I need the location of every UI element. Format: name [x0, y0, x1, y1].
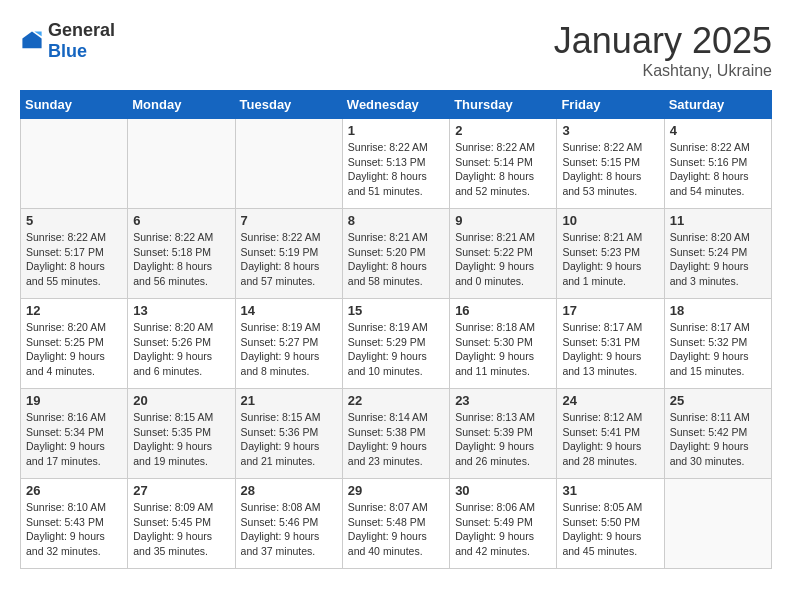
day-number: 19: [26, 393, 122, 408]
calendar-cell: [235, 119, 342, 209]
day-info: Sunrise: 8:22 AM Sunset: 5:17 PM Dayligh…: [26, 230, 122, 289]
day-info: Sunrise: 8:22 AM Sunset: 5:15 PM Dayligh…: [562, 140, 658, 199]
day-number: 7: [241, 213, 337, 228]
day-info: Sunrise: 8:19 AM Sunset: 5:29 PM Dayligh…: [348, 320, 444, 379]
day-info: Sunrise: 8:12 AM Sunset: 5:41 PM Dayligh…: [562, 410, 658, 469]
day-info: Sunrise: 8:05 AM Sunset: 5:50 PM Dayligh…: [562, 500, 658, 559]
calendar-cell: 25Sunrise: 8:11 AM Sunset: 5:42 PM Dayli…: [664, 389, 771, 479]
day-info: Sunrise: 8:15 AM Sunset: 5:36 PM Dayligh…: [241, 410, 337, 469]
calendar-cell: 24Sunrise: 8:12 AM Sunset: 5:41 PM Dayli…: [557, 389, 664, 479]
calendar-cell: 22Sunrise: 8:14 AM Sunset: 5:38 PM Dayli…: [342, 389, 449, 479]
week-row-4: 19Sunrise: 8:16 AM Sunset: 5:34 PM Dayli…: [21, 389, 772, 479]
day-info: Sunrise: 8:11 AM Sunset: 5:42 PM Dayligh…: [670, 410, 766, 469]
week-row-2: 5Sunrise: 8:22 AM Sunset: 5:17 PM Daylig…: [21, 209, 772, 299]
day-info: Sunrise: 8:21 AM Sunset: 5:20 PM Dayligh…: [348, 230, 444, 289]
day-info: Sunrise: 8:15 AM Sunset: 5:35 PM Dayligh…: [133, 410, 229, 469]
day-number: 8: [348, 213, 444, 228]
calendar-header-row: SundayMondayTuesdayWednesdayThursdayFrid…: [21, 91, 772, 119]
day-number: 13: [133, 303, 229, 318]
week-row-1: 1Sunrise: 8:22 AM Sunset: 5:13 PM Daylig…: [21, 119, 772, 209]
day-number: 24: [562, 393, 658, 408]
calendar-cell: 5Sunrise: 8:22 AM Sunset: 5:17 PM Daylig…: [21, 209, 128, 299]
day-number: 11: [670, 213, 766, 228]
weekday-header-monday: Monday: [128, 91, 235, 119]
day-info: Sunrise: 8:13 AM Sunset: 5:39 PM Dayligh…: [455, 410, 551, 469]
day-number: 1: [348, 123, 444, 138]
calendar-cell: 23Sunrise: 8:13 AM Sunset: 5:39 PM Dayli…: [450, 389, 557, 479]
day-info: Sunrise: 8:22 AM Sunset: 5:18 PM Dayligh…: [133, 230, 229, 289]
weekday-header-sunday: Sunday: [21, 91, 128, 119]
calendar-table: SundayMondayTuesdayWednesdayThursdayFrid…: [20, 90, 772, 569]
day-number: 26: [26, 483, 122, 498]
day-info: Sunrise: 8:20 AM Sunset: 5:24 PM Dayligh…: [670, 230, 766, 289]
day-number: 20: [133, 393, 229, 408]
calendar-cell: 3Sunrise: 8:22 AM Sunset: 5:15 PM Daylig…: [557, 119, 664, 209]
calendar-cell: [128, 119, 235, 209]
day-info: Sunrise: 8:21 AM Sunset: 5:23 PM Dayligh…: [562, 230, 658, 289]
day-number: 29: [348, 483, 444, 498]
day-info: Sunrise: 8:09 AM Sunset: 5:45 PM Dayligh…: [133, 500, 229, 559]
day-number: 25: [670, 393, 766, 408]
calendar-cell: 29Sunrise: 8:07 AM Sunset: 5:48 PM Dayli…: [342, 479, 449, 569]
calendar-cell: 15Sunrise: 8:19 AM Sunset: 5:29 PM Dayli…: [342, 299, 449, 389]
day-info: Sunrise: 8:22 AM Sunset: 5:19 PM Dayligh…: [241, 230, 337, 289]
calendar-cell: [21, 119, 128, 209]
title-area: January 2025 Kashtany, Ukraine: [554, 20, 772, 80]
calendar-cell: 2Sunrise: 8:22 AM Sunset: 5:14 PM Daylig…: [450, 119, 557, 209]
day-number: 27: [133, 483, 229, 498]
calendar-cell: 26Sunrise: 8:10 AM Sunset: 5:43 PM Dayli…: [21, 479, 128, 569]
page-header: General Blue January 2025 Kashtany, Ukra…: [20, 20, 772, 80]
month-title: January 2025: [554, 20, 772, 62]
day-number: 17: [562, 303, 658, 318]
day-number: 23: [455, 393, 551, 408]
day-number: 14: [241, 303, 337, 318]
weekday-header-thursday: Thursday: [450, 91, 557, 119]
day-info: Sunrise: 8:10 AM Sunset: 5:43 PM Dayligh…: [26, 500, 122, 559]
calendar-cell: 4Sunrise: 8:22 AM Sunset: 5:16 PM Daylig…: [664, 119, 771, 209]
calendar-cell: 10Sunrise: 8:21 AM Sunset: 5:23 PM Dayli…: [557, 209, 664, 299]
calendar-cell: 28Sunrise: 8:08 AM Sunset: 5:46 PM Dayli…: [235, 479, 342, 569]
calendar-cell: 11Sunrise: 8:20 AM Sunset: 5:24 PM Dayli…: [664, 209, 771, 299]
day-info: Sunrise: 8:18 AM Sunset: 5:30 PM Dayligh…: [455, 320, 551, 379]
day-info: Sunrise: 8:20 AM Sunset: 5:26 PM Dayligh…: [133, 320, 229, 379]
calendar-cell: 27Sunrise: 8:09 AM Sunset: 5:45 PM Dayli…: [128, 479, 235, 569]
calendar-cell: 18Sunrise: 8:17 AM Sunset: 5:32 PM Dayli…: [664, 299, 771, 389]
day-info: Sunrise: 8:16 AM Sunset: 5:34 PM Dayligh…: [26, 410, 122, 469]
day-info: Sunrise: 8:14 AM Sunset: 5:38 PM Dayligh…: [348, 410, 444, 469]
calendar-cell: 19Sunrise: 8:16 AM Sunset: 5:34 PM Dayli…: [21, 389, 128, 479]
calendar-cell: 16Sunrise: 8:18 AM Sunset: 5:30 PM Dayli…: [450, 299, 557, 389]
calendar-cell: 21Sunrise: 8:15 AM Sunset: 5:36 PM Dayli…: [235, 389, 342, 479]
day-number: 12: [26, 303, 122, 318]
day-info: Sunrise: 8:20 AM Sunset: 5:25 PM Dayligh…: [26, 320, 122, 379]
logo-blue: Blue: [48, 41, 87, 61]
logo: General Blue: [20, 20, 115, 62]
calendar-cell: 31Sunrise: 8:05 AM Sunset: 5:50 PM Dayli…: [557, 479, 664, 569]
day-info: Sunrise: 8:06 AM Sunset: 5:49 PM Dayligh…: [455, 500, 551, 559]
day-info: Sunrise: 8:17 AM Sunset: 5:32 PM Dayligh…: [670, 320, 766, 379]
weekday-header-wednesday: Wednesday: [342, 91, 449, 119]
calendar-cell: 12Sunrise: 8:20 AM Sunset: 5:25 PM Dayli…: [21, 299, 128, 389]
location-title: Kashtany, Ukraine: [554, 62, 772, 80]
calendar-cell: 6Sunrise: 8:22 AM Sunset: 5:18 PM Daylig…: [128, 209, 235, 299]
calendar-cell: 14Sunrise: 8:19 AM Sunset: 5:27 PM Dayli…: [235, 299, 342, 389]
day-number: 30: [455, 483, 551, 498]
week-row-3: 12Sunrise: 8:20 AM Sunset: 5:25 PM Dayli…: [21, 299, 772, 389]
day-number: 6: [133, 213, 229, 228]
calendar-cell: [664, 479, 771, 569]
day-number: 9: [455, 213, 551, 228]
day-number: 10: [562, 213, 658, 228]
calendar-cell: 8Sunrise: 8:21 AM Sunset: 5:20 PM Daylig…: [342, 209, 449, 299]
weekday-header-friday: Friday: [557, 91, 664, 119]
day-info: Sunrise: 8:21 AM Sunset: 5:22 PM Dayligh…: [455, 230, 551, 289]
day-number: 31: [562, 483, 658, 498]
calendar-cell: 9Sunrise: 8:21 AM Sunset: 5:22 PM Daylig…: [450, 209, 557, 299]
day-info: Sunrise: 8:19 AM Sunset: 5:27 PM Dayligh…: [241, 320, 337, 379]
day-number: 3: [562, 123, 658, 138]
day-number: 18: [670, 303, 766, 318]
calendar-cell: 13Sunrise: 8:20 AM Sunset: 5:26 PM Dayli…: [128, 299, 235, 389]
day-number: 22: [348, 393, 444, 408]
day-info: Sunrise: 8:07 AM Sunset: 5:48 PM Dayligh…: [348, 500, 444, 559]
weekday-header-saturday: Saturday: [664, 91, 771, 119]
day-number: 5: [26, 213, 122, 228]
day-number: 28: [241, 483, 337, 498]
